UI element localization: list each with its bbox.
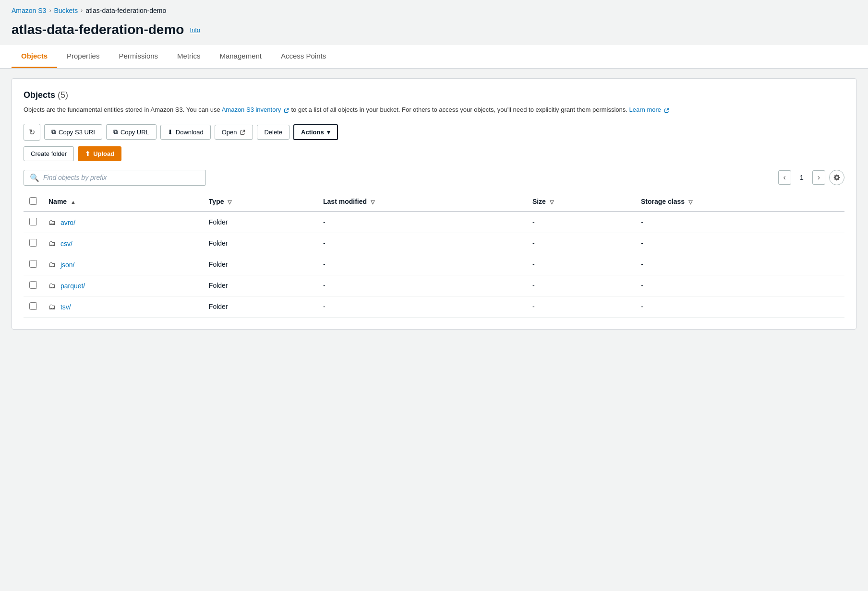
row-size: - (527, 275, 635, 296)
breadcrumb-sep-1: › (49, 7, 51, 14)
page-next-button[interactable]: › (812, 170, 825, 185)
upload-label: Upload (93, 150, 114, 157)
page-number: 1 (795, 171, 808, 184)
breadcrumb-sep-2: › (81, 7, 83, 14)
tab-access-points[interactable]: Access Points (271, 45, 336, 68)
row-checkbox-cell (24, 212, 43, 233)
col-header-last-modified: Last modified ▽ (317, 192, 527, 212)
delete-label: Delete (264, 129, 282, 136)
row-checkbox-cell (24, 275, 43, 296)
table-row: 🗂 parquet/ Folder - - - (24, 275, 844, 296)
breadcrumb-buckets-link[interactable]: Buckets (54, 7, 78, 14)
inventory-link[interactable]: Amazon S3 inventory (222, 106, 291, 113)
download-label: Download (176, 129, 204, 136)
row-name-link[interactable]: json/ (60, 261, 75, 269)
page-header: atlas-data-federation-demo Info (0, 18, 868, 45)
objects-count: (5) (58, 90, 68, 100)
table-row: 🗂 tsv/ Folder - - - (24, 296, 844, 317)
open-button[interactable]: Open (215, 125, 253, 140)
content-area: Objects (5) Objects are the fundamental … (0, 69, 868, 339)
table-row: 🗂 json/ Folder - - - (24, 254, 844, 275)
copy-s3-uri-label: Copy S3 URI (59, 129, 95, 136)
row-type: Folder (203, 212, 317, 233)
open-external-icon (240, 129, 246, 135)
breadcrumb-s3-link[interactable]: Amazon S3 (12, 7, 46, 14)
tab-properties[interactable]: Properties (57, 45, 109, 68)
row-name-link[interactable]: csv/ (60, 240, 72, 248)
size-sort-icon: ▽ (550, 199, 554, 205)
table-settings-button[interactable] (829, 170, 844, 185)
row-checkbox[interactable] (29, 218, 37, 225)
objects-description: Objects are the fundamental entities sto… (24, 105, 844, 115)
folder-icon: 🗂 (48, 218, 56, 226)
upload-icon: ⬆ (85, 150, 90, 157)
row-name-link[interactable]: avro/ (60, 219, 75, 226)
col-header-type: Type ▽ (203, 192, 317, 212)
search-input[interactable] (43, 174, 200, 181)
row-size: - (527, 233, 635, 254)
copy-s3-uri-button[interactable]: ⧉ Copy S3 URI (44, 124, 102, 140)
gear-icon (833, 174, 841, 181)
toolbar-row-1: ↻ ⧉ Copy S3 URI ⧉ Copy URL ⬇ Download Op… (24, 124, 844, 141)
page-prev-button[interactable]: ‹ (778, 170, 791, 185)
select-all-checkbox[interactable] (29, 197, 37, 205)
row-last-modified: - (317, 212, 527, 233)
download-icon: ⬇ (168, 129, 173, 136)
table-row: 🗂 csv/ Folder - - - (24, 233, 844, 254)
upload-button[interactable]: ⬆ Upload (78, 146, 121, 161)
tab-management[interactable]: Management (210, 45, 271, 68)
tab-metrics[interactable]: Metrics (168, 45, 210, 68)
learn-more-link[interactable]: Learn more (629, 106, 670, 113)
name-sort-icon: ▲ (71, 199, 76, 205)
folder-icon: 🗂 (48, 303, 56, 311)
tab-permissions[interactable]: Permissions (109, 45, 168, 68)
page-title: atlas-data-federation-demo (12, 22, 184, 37)
download-button[interactable]: ⬇ Download (160, 125, 211, 140)
search-row: 🔍 ‹ 1 › (24, 170, 844, 186)
objects-heading: Objects (5) (24, 90, 844, 100)
toolbar-row-2: Create folder ⬆ Upload (24, 146, 844, 161)
external-link-icon (284, 107, 289, 113)
row-type: Folder (203, 254, 317, 275)
copy-url-button[interactable]: ⧉ Copy URL (106, 124, 157, 140)
copy-url-icon: ⧉ (113, 128, 118, 136)
row-checkbox-cell (24, 296, 43, 317)
row-checkbox[interactable] (29, 302, 37, 310)
table-row: 🗂 avro/ Folder - - - (24, 212, 844, 233)
row-checkbox[interactable] (29, 281, 37, 289)
row-storage-class: - (635, 275, 844, 296)
row-checkbox-cell (24, 233, 43, 254)
refresh-icon: ↻ (29, 128, 35, 137)
row-checkbox[interactable] (29, 239, 37, 247)
row-name-link[interactable]: tsv/ (60, 303, 71, 311)
actions-chevron-icon: ▾ (327, 129, 330, 136)
open-label: Open (222, 129, 237, 136)
row-type: Folder (203, 233, 317, 254)
description-text-1: Objects are the fundamental entities sto… (24, 106, 222, 113)
row-storage-class: - (635, 254, 844, 275)
last-modified-sort-icon: ▽ (371, 199, 374, 205)
row-name: 🗂 csv/ (43, 233, 203, 254)
learn-more-external-icon (664, 107, 670, 113)
row-last-modified: - (317, 254, 527, 275)
row-storage-class: - (635, 296, 844, 317)
delete-button[interactable]: Delete (257, 125, 289, 140)
row-size: - (527, 296, 635, 317)
row-size: - (527, 254, 635, 275)
info-link[interactable]: Info (190, 26, 200, 34)
tab-objects[interactable]: Objects (12, 45, 57, 68)
row-last-modified: - (317, 296, 527, 317)
objects-table: Name ▲ Type ▽ Last modified ▽ Size ▽ Sto… (24, 192, 844, 318)
row-checkbox[interactable] (29, 260, 37, 268)
copy-url-label: Copy URL (121, 129, 149, 136)
row-name-link[interactable]: parquet/ (60, 282, 85, 290)
folder-icon: 🗂 (48, 282, 56, 290)
create-folder-button[interactable]: Create folder (24, 146, 74, 161)
row-type: Folder (203, 296, 317, 317)
folder-icon: 🗂 (48, 260, 56, 269)
actions-button[interactable]: Actions ▾ (293, 124, 338, 140)
col-header-name: Name ▲ (43, 192, 203, 212)
storage-class-sort-icon: ▽ (688, 199, 692, 205)
breadcrumb-current: atlas-data-federation-demo (85, 7, 166, 14)
refresh-button[interactable]: ↻ (24, 124, 40, 141)
